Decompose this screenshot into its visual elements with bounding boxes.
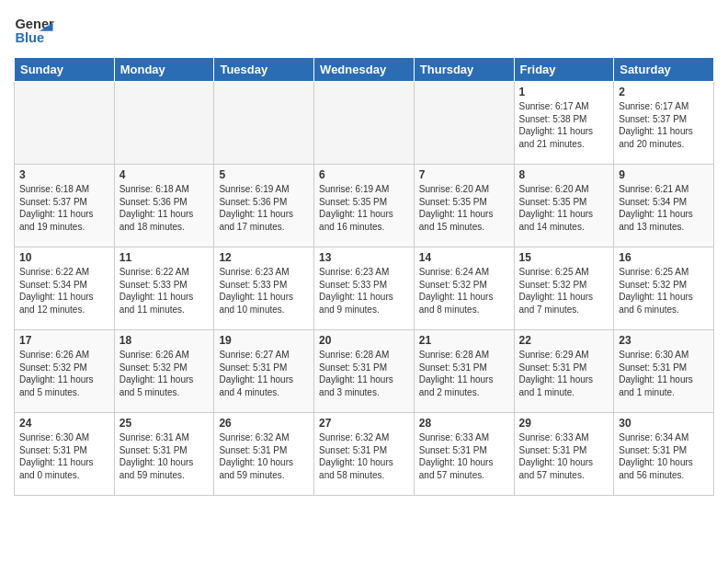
weekday-header-sunday: Sunday bbox=[15, 58, 115, 82]
weekday-header-saturday: Saturday bbox=[614, 58, 714, 82]
day-info: Sunrise: 6:30 AMSunset: 5:31 PMDaylight:… bbox=[619, 349, 709, 398]
day-cell-24: 24Sunrise: 6:30 AMSunset: 5:31 PMDayligh… bbox=[15, 413, 115, 496]
day-number: 7 bbox=[419, 168, 509, 181]
logo-icon: General Blue bbox=[14, 9, 54, 50]
day-number: 14 bbox=[419, 251, 509, 264]
day-cell-18: 18Sunrise: 6:26 AMSunset: 5:32 PMDayligh… bbox=[114, 330, 214, 413]
day-cell-2: 2Sunrise: 6:17 AMSunset: 5:37 PMDaylight… bbox=[614, 82, 714, 165]
day-cell-25: 25Sunrise: 6:31 AMSunset: 5:31 PMDayligh… bbox=[114, 413, 214, 496]
day-info: Sunrise: 6:32 AMSunset: 5:31 PMDaylight:… bbox=[319, 431, 409, 481]
day-number: 13 bbox=[319, 251, 409, 264]
day-number: 23 bbox=[619, 334, 709, 347]
day-number: 10 bbox=[19, 251, 109, 264]
empty-cell bbox=[114, 82, 214, 165]
day-info: Sunrise: 6:26 AMSunset: 5:32 PMDaylight:… bbox=[119, 349, 210, 398]
day-number: 15 bbox=[519, 251, 609, 264]
day-cell-19: 19Sunrise: 6:27 AMSunset: 5:31 PMDayligh… bbox=[214, 330, 314, 413]
week-row-4: 17Sunrise: 6:26 AMSunset: 5:32 PMDayligh… bbox=[15, 330, 714, 413]
day-info: Sunrise: 6:22 AMSunset: 5:33 PMDaylight:… bbox=[119, 266, 210, 316]
day-cell-14: 14Sunrise: 6:24 AMSunset: 5:32 PMDayligh… bbox=[414, 247, 514, 330]
day-cell-8: 8Sunrise: 6:20 AMSunset: 5:35 PMDaylight… bbox=[514, 165, 614, 247]
day-cell-17: 17Sunrise: 6:26 AMSunset: 5:32 PMDayligh… bbox=[15, 330, 115, 413]
day-number: 12 bbox=[219, 251, 309, 264]
week-row-3: 10Sunrise: 6:22 AMSunset: 5:34 PMDayligh… bbox=[15, 247, 714, 330]
day-number: 24 bbox=[19, 417, 109, 430]
week-row-5: 24Sunrise: 6:30 AMSunset: 5:31 PMDayligh… bbox=[15, 413, 714, 496]
day-info: Sunrise: 6:33 AMSunset: 5:31 PMDaylight:… bbox=[519, 431, 609, 481]
page: General Blue SundayMondayTuesdayWednesda… bbox=[0, 0, 728, 563]
weekday-header-thursday: Thursday bbox=[414, 58, 514, 82]
day-number: 21 bbox=[419, 334, 509, 347]
day-info: Sunrise: 6:26 AMSunset: 5:32 PMDaylight:… bbox=[19, 349, 109, 398]
empty-cell bbox=[414, 82, 514, 165]
day-info: Sunrise: 6:25 AMSunset: 5:32 PMDaylight:… bbox=[519, 266, 609, 316]
day-number: 19 bbox=[219, 334, 309, 347]
day-cell-10: 10Sunrise: 6:22 AMSunset: 5:34 PMDayligh… bbox=[15, 247, 115, 330]
day-info: Sunrise: 6:32 AMSunset: 5:31 PMDaylight:… bbox=[219, 431, 309, 481]
day-cell-22: 22Sunrise: 6:29 AMSunset: 5:31 PMDayligh… bbox=[514, 330, 614, 413]
day-cell-28: 28Sunrise: 6:33 AMSunset: 5:31 PMDayligh… bbox=[414, 413, 514, 496]
day-number: 5 bbox=[219, 168, 309, 181]
day-info: Sunrise: 6:33 AMSunset: 5:31 PMDaylight:… bbox=[419, 431, 509, 481]
day-info: Sunrise: 6:30 AMSunset: 5:31 PMDaylight:… bbox=[19, 431, 109, 481]
day-info: Sunrise: 6:25 AMSunset: 5:32 PMDaylight:… bbox=[619, 266, 709, 316]
day-info: Sunrise: 6:23 AMSunset: 5:33 PMDaylight:… bbox=[319, 266, 409, 316]
day-number: 6 bbox=[319, 168, 409, 181]
day-info: Sunrise: 6:17 AMSunset: 5:38 PMDaylight:… bbox=[519, 100, 609, 150]
day-cell-30: 30Sunrise: 6:34 AMSunset: 5:31 PMDayligh… bbox=[614, 413, 714, 496]
day-number: 28 bbox=[419, 417, 509, 430]
empty-cell bbox=[314, 82, 415, 165]
day-cell-29: 29Sunrise: 6:33 AMSunset: 5:31 PMDayligh… bbox=[514, 413, 614, 496]
logo: General Blue bbox=[14, 9, 54, 50]
day-info: Sunrise: 6:20 AMSunset: 5:35 PMDaylight:… bbox=[519, 183, 609, 233]
week-row-1: 1Sunrise: 6:17 AMSunset: 5:38 PMDaylight… bbox=[15, 82, 714, 165]
day-info: Sunrise: 6:19 AMSunset: 5:35 PMDaylight:… bbox=[319, 183, 409, 233]
day-number: 17 bbox=[19, 334, 109, 347]
empty-cell bbox=[15, 82, 115, 165]
day-cell-1: 1Sunrise: 6:17 AMSunset: 5:38 PMDaylight… bbox=[514, 82, 614, 165]
day-info: Sunrise: 6:27 AMSunset: 5:31 PMDaylight:… bbox=[219, 349, 309, 398]
day-number: 3 bbox=[19, 168, 109, 181]
day-info: Sunrise: 6:28 AMSunset: 5:31 PMDaylight:… bbox=[419, 349, 509, 398]
day-info: Sunrise: 6:22 AMSunset: 5:34 PMDaylight:… bbox=[19, 266, 109, 316]
day-info: Sunrise: 6:18 AMSunset: 5:37 PMDaylight:… bbox=[19, 183, 109, 233]
day-number: 30 bbox=[619, 417, 709, 430]
day-number: 26 bbox=[219, 417, 309, 430]
day-cell-5: 5Sunrise: 6:19 AMSunset: 5:36 PMDaylight… bbox=[214, 165, 314, 247]
day-info: Sunrise: 6:18 AMSunset: 5:36 PMDaylight:… bbox=[119, 183, 210, 233]
day-number: 20 bbox=[319, 334, 409, 347]
day-cell-16: 16Sunrise: 6:25 AMSunset: 5:32 PMDayligh… bbox=[614, 247, 714, 330]
empty-cell bbox=[214, 82, 314, 165]
day-info: Sunrise: 6:23 AMSunset: 5:33 PMDaylight:… bbox=[219, 266, 309, 316]
day-number: 4 bbox=[119, 168, 210, 181]
day-number: 16 bbox=[619, 251, 709, 264]
day-info: Sunrise: 6:17 AMSunset: 5:37 PMDaylight:… bbox=[619, 100, 709, 150]
day-cell-4: 4Sunrise: 6:18 AMSunset: 5:36 PMDaylight… bbox=[114, 165, 214, 247]
day-info: Sunrise: 6:24 AMSunset: 5:32 PMDaylight:… bbox=[419, 266, 509, 316]
day-info: Sunrise: 6:29 AMSunset: 5:31 PMDaylight:… bbox=[519, 349, 609, 398]
day-cell-27: 27Sunrise: 6:32 AMSunset: 5:31 PMDayligh… bbox=[314, 413, 415, 496]
week-row-2: 3Sunrise: 6:18 AMSunset: 5:37 PMDaylight… bbox=[15, 165, 714, 247]
day-info: Sunrise: 6:28 AMSunset: 5:31 PMDaylight:… bbox=[319, 349, 409, 398]
day-cell-7: 7Sunrise: 6:20 AMSunset: 5:35 PMDaylight… bbox=[414, 165, 514, 247]
day-cell-12: 12Sunrise: 6:23 AMSunset: 5:33 PMDayligh… bbox=[214, 247, 314, 330]
day-info: Sunrise: 6:21 AMSunset: 5:34 PMDaylight:… bbox=[619, 183, 709, 233]
day-cell-11: 11Sunrise: 6:22 AMSunset: 5:33 PMDayligh… bbox=[114, 247, 214, 330]
weekday-header-friday: Friday bbox=[514, 58, 614, 82]
day-cell-23: 23Sunrise: 6:30 AMSunset: 5:31 PMDayligh… bbox=[614, 330, 714, 413]
day-info: Sunrise: 6:34 AMSunset: 5:31 PMDaylight:… bbox=[619, 431, 709, 481]
day-number: 27 bbox=[319, 417, 409, 430]
calendar: SundayMondayTuesdayWednesdayThursdayFrid… bbox=[14, 57, 714, 496]
header: General Blue bbox=[14, 9, 714, 50]
day-info: Sunrise: 6:19 AMSunset: 5:36 PMDaylight:… bbox=[219, 183, 309, 233]
weekday-header-row: SundayMondayTuesdayWednesdayThursdayFrid… bbox=[15, 58, 714, 82]
day-number: 2 bbox=[619, 86, 709, 98]
day-cell-13: 13Sunrise: 6:23 AMSunset: 5:33 PMDayligh… bbox=[314, 247, 415, 330]
day-info: Sunrise: 6:31 AMSunset: 5:31 PMDaylight:… bbox=[119, 431, 210, 481]
day-cell-6: 6Sunrise: 6:19 AMSunset: 5:35 PMDaylight… bbox=[314, 165, 415, 247]
day-cell-21: 21Sunrise: 6:28 AMSunset: 5:31 PMDayligh… bbox=[414, 330, 514, 413]
day-number: 25 bbox=[119, 417, 210, 430]
day-cell-15: 15Sunrise: 6:25 AMSunset: 5:32 PMDayligh… bbox=[514, 247, 614, 330]
weekday-header-tuesday: Tuesday bbox=[214, 58, 314, 82]
weekday-header-monday: Monday bbox=[114, 58, 214, 82]
